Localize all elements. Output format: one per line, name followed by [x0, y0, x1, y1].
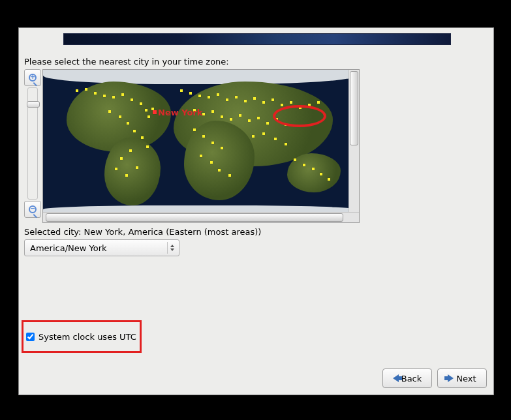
timezone-combobox-value: America/New York: [30, 243, 107, 253]
header-band: [63, 33, 451, 45]
world-map[interactable]: New York: [43, 70, 348, 212]
arrow-right-icon: [448, 374, 454, 382]
map-vscroll-thumb[interactable]: [350, 71, 358, 145]
map-vertical-scrollbar[interactable]: [348, 70, 359, 212]
footer-buttons: Back Next: [382, 368, 487, 388]
content-area: Please select the nearest city in your t…: [24, 57, 488, 256]
timezone-combobox[interactable]: America/New York: [24, 239, 179, 256]
selected-city-prefix: Selected city:: [24, 227, 84, 237]
installer-window: Please select the nearest city in your t…: [18, 27, 494, 395]
zoom-in-icon: [29, 74, 37, 82]
zoom-out-button[interactable]: [24, 201, 41, 218]
zoom-in-button[interactable]: [24, 69, 41, 86]
next-button[interactable]: Next: [437, 368, 487, 388]
back-button[interactable]: Back: [382, 368, 432, 388]
utc-highlight-box: System clock uses UTC: [22, 320, 142, 353]
selected-city-marker: [153, 110, 157, 114]
zoom-slider[interactable]: [27, 87, 38, 200]
zoom-column: [24, 69, 41, 218]
map-hscroll-thumb[interactable]: [46, 213, 343, 222]
zoom-slider-thumb[interactable]: [27, 101, 40, 108]
utc-checkbox-label: System clock uses UTC: [39, 332, 136, 342]
next-button-label: Next: [456, 374, 476, 383]
selected-city-text: Selected city: New York, America (Easter…: [24, 227, 488, 237]
prompt-text: Please select the nearest city in your t…: [24, 57, 488, 67]
selected-city-map-label: New York: [158, 108, 202, 117]
map-horizontal-scrollbar[interactable]: [43, 212, 359, 222]
combobox-arrows-icon: [167, 242, 176, 254]
annotation-ellipse: [273, 105, 326, 127]
utc-checkbox[interactable]: [26, 333, 35, 341]
map-panel: New York: [42, 69, 360, 223]
zoom-out-icon: [29, 205, 37, 213]
back-button-label: Back: [401, 374, 422, 383]
arrow-left-icon: [393, 374, 399, 382]
map-area: New York: [24, 69, 488, 223]
selected-city-value: New York, America (Eastern (most areas)): [84, 227, 262, 237]
mouse-cursor-icon: ➤: [493, 163, 502, 175]
